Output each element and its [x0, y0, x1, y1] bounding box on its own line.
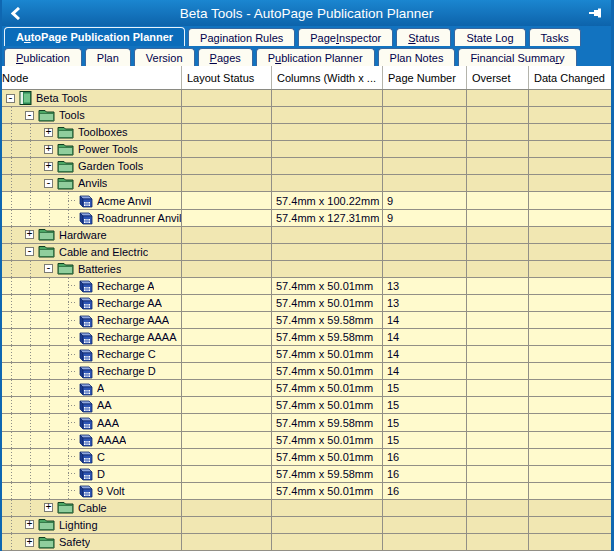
tab-publication[interactable]: Publication	[4, 48, 82, 66]
node-label: Lighting	[59, 519, 98, 531]
column-header-node[interactable]: Node	[2, 66, 182, 89]
node-cell: - Cable and Electric	[2, 244, 182, 260]
tab-pagination-rules[interactable]: Pagination Rules	[188, 28, 295, 46]
table-row-recharge-a[interactable]: Recharge A 57.4mm x 50.01mm 13	[2, 278, 611, 295]
table-row-recharge-aa[interactable]: Recharge AA 57.4mm x 50.01mm 13	[2, 295, 611, 312]
tab-pages[interactable]: Pages	[198, 48, 253, 66]
expander-toggle[interactable]: -	[44, 264, 53, 273]
node-label: A	[97, 382, 104, 394]
expander-toggle[interactable]: +	[25, 538, 34, 547]
tab-tasks[interactable]: Tasks	[529, 28, 581, 46]
table-row-safety[interactable]: + Safety	[2, 534, 611, 551]
table-row-roadrunner-anvil[interactable]: Roadrunner Anvil 57.4mm x 127.31mm 9	[2, 210, 611, 227]
tab-financial-summary[interactable]: Financial Summary	[458, 48, 576, 66]
table-row-acme-anvil[interactable]: Acme Anvil 57.4mm x 100.22mm 9	[2, 192, 611, 209]
table-row-recharge-aaaa[interactable]: Recharge AAAA 57.4mm x 59.58mm 14	[2, 329, 611, 346]
table-row-aaa[interactable]: AAA 57.4mm x 59.58mm 15	[2, 414, 611, 431]
table-row-a[interactable]: A 57.4mm x 50.01mm 15	[2, 380, 611, 397]
table-row-cable[interactable]: + Cable	[2, 500, 611, 517]
columns-cell: 57.4mm x 100.22mm	[272, 192, 383, 208]
tab-publication-planner[interactable]: Publication Planner	[256, 48, 375, 66]
table-row-garden-tools[interactable]: + Garden Tools	[2, 158, 611, 175]
column-header-data-changed[interactable]: Data Changed	[529, 66, 611, 89]
columns-cell: 57.4mm x 50.01mm	[272, 449, 383, 465]
layout-status-cell	[182, 483, 272, 499]
tab-label: toPage Publication Planner	[31, 31, 173, 43]
table-row-c[interactable]: C 57.4mm x 50.01mm 16	[2, 449, 611, 466]
data-changed-cell	[529, 278, 611, 294]
tree-guide	[21, 449, 40, 465]
overset-cell	[467, 466, 529, 482]
tab-status[interactable]: Status	[396, 28, 451, 46]
column-header-layout-status[interactable]: Layout Status	[182, 66, 272, 89]
tree-guide	[21, 414, 40, 430]
overset-cell	[467, 192, 529, 208]
back-button[interactable]	[2, 0, 28, 26]
table-row-anvils[interactable]: - Anvils	[2, 175, 611, 192]
layout-status-cell	[182, 449, 272, 465]
table-row-toolboxes[interactable]: + Toolboxes	[2, 124, 611, 141]
data-changed-cell	[529, 500, 611, 516]
tree-guide	[21, 141, 40, 157]
table-row-power-tools[interactable]: + Power Tools	[2, 141, 611, 158]
columns-cell	[272, 158, 383, 174]
node-label: Safety	[59, 536, 90, 548]
expander-toggle[interactable]: -	[25, 247, 34, 256]
table-row-tools[interactable]: - Tools	[2, 107, 611, 124]
expander-toggle[interactable]: -	[6, 94, 15, 103]
layout-status-cell	[182, 278, 272, 294]
expander-toggle[interactable]: +	[25, 230, 34, 239]
tree-guide	[2, 295, 21, 311]
table-row-9-volt[interactable]: 9 Volt 57.4mm x 50.01mm 16	[2, 483, 611, 500]
tree-guide	[2, 227, 21, 243]
expander-toggle[interactable]: +	[44, 162, 53, 171]
node-cell: + Lighting	[2, 517, 182, 533]
column-header-page-number[interactable]: Page Number	[383, 66, 467, 89]
table-row-hardware[interactable]: + Hardware	[2, 227, 611, 244]
expander-toggle[interactable]: +	[44, 145, 53, 154]
expander-toggle[interactable]: +	[44, 128, 53, 137]
table-row-aaaa[interactable]: AAAA 57.4mm x 50.01mm 15	[2, 432, 611, 449]
tab-version[interactable]: Version	[134, 48, 195, 66]
tab-autopage-publication-planner[interactable]: AutoPage Publication Planner	[4, 27, 185, 46]
table-row-d[interactable]: D 57.4mm x 59.58mm 16	[2, 466, 611, 483]
layout-status-cell	[182, 192, 272, 208]
column-header-overset[interactable]: Overset	[467, 66, 529, 89]
expander-toggle[interactable]: +	[44, 503, 53, 512]
tab-page-inspector[interactable]: Page Inspector	[298, 28, 393, 46]
node-cell: A	[2, 380, 182, 396]
tree-guide	[21, 124, 40, 140]
expander-toggle[interactable]: +	[25, 520, 34, 529]
table-row-recharge-aaa[interactable]: Recharge AAA 57.4mm x 59.58mm 14	[2, 312, 611, 329]
page-number-cell: 9	[383, 210, 467, 226]
page-number-cell: 14	[383, 346, 467, 362]
columns-cell: 57.4mm x 59.58mm	[272, 329, 383, 345]
node-cell: Recharge AA	[2, 295, 182, 311]
tab-state-log[interactable]: State Log	[454, 28, 525, 46]
tab-plan-notes[interactable]: Plan Notes	[378, 48, 456, 66]
columns-cell: 57.4mm x 127.31mm	[272, 210, 383, 226]
data-changed-cell	[529, 466, 611, 482]
table-row-aa[interactable]: AA 57.4mm x 50.01mm 15	[2, 397, 611, 414]
table-row-lighting[interactable]: + Lighting	[2, 517, 611, 534]
columns-cell: 57.4mm x 59.58mm	[272, 312, 383, 328]
tree-guide	[40, 483, 59, 499]
table-row-batteries[interactable]: - Batteries	[2, 261, 611, 278]
expander-toggle[interactable]: -	[44, 179, 53, 188]
tree-guide	[21, 210, 40, 226]
node-label: Batteries	[78, 263, 121, 275]
table-row-recharge-d[interactable]: Recharge D 57.4mm x 50.01mm 14	[2, 363, 611, 380]
columns-cell	[272, 90, 383, 106]
auto-hide-pin-button[interactable]	[581, 0, 611, 26]
layout-status-cell	[182, 466, 272, 482]
book-icon	[19, 91, 32, 105]
table-row-recharge-c[interactable]: Recharge C 57.4mm x 50.01mm 14	[2, 346, 611, 363]
column-header-columns[interactable]: Columns (Width x ...	[272, 66, 383, 89]
table-row-beta-tools[interactable]: - Beta Tools	[2, 90, 611, 107]
tab-plan[interactable]: Plan	[85, 48, 131, 66]
layout-status-cell	[182, 244, 272, 260]
folder-icon	[57, 126, 74, 139]
expander-toggle[interactable]: -	[25, 111, 34, 120]
page-number-cell: 15	[383, 380, 467, 396]
table-row-cable-and-electric[interactable]: - Cable and Electric	[2, 244, 611, 261]
